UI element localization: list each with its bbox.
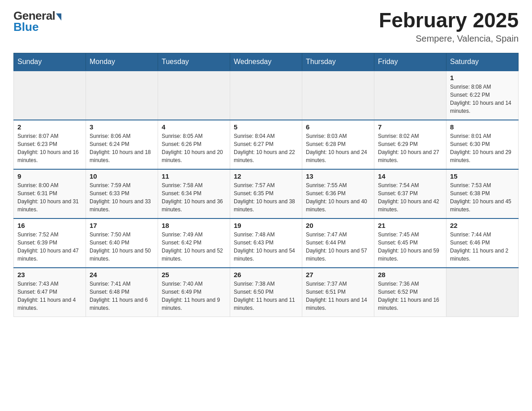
- calendar-cell: 8Sunrise: 8:01 AM Sunset: 6:30 PM Daylig…: [446, 120, 519, 169]
- calendar-cell: 4Sunrise: 8:05 AM Sunset: 6:26 PM Daylig…: [158, 120, 230, 169]
- calendar-cell: 23Sunrise: 7:43 AM Sunset: 6:47 PM Dayli…: [14, 268, 86, 317]
- week-row-5: 23Sunrise: 7:43 AM Sunset: 6:47 PM Dayli…: [14, 268, 519, 317]
- day-number: 11: [162, 172, 226, 180]
- day-info: Sunrise: 7:44 AM Sunset: 6:46 PM Dayligh…: [450, 231, 515, 263]
- calendar-cell: [86, 71, 158, 120]
- calendar-cell: [158, 71, 230, 120]
- day-number: 28: [378, 271, 442, 278]
- header-sunday: Sunday: [14, 53, 86, 71]
- calendar-cell: [446, 268, 519, 317]
- header-monday: Monday: [86, 53, 158, 71]
- day-info: Sunrise: 8:07 AM Sunset: 6:23 PM Dayligh…: [17, 132, 82, 164]
- calendar-cell: 21Sunrise: 7:45 AM Sunset: 6:45 PM Dayli…: [374, 218, 446, 268]
- day-number: 16: [17, 222, 82, 229]
- day-info: Sunrise: 8:01 AM Sunset: 6:30 PM Dayligh…: [450, 132, 515, 164]
- calendar-cell: 6Sunrise: 8:03 AM Sunset: 6:28 PM Daylig…: [302, 120, 374, 169]
- day-number: 24: [90, 271, 154, 278]
- calendar-cell: 27Sunrise: 7:37 AM Sunset: 6:51 PM Dayli…: [302, 268, 374, 317]
- day-info: Sunrise: 7:59 AM Sunset: 6:33 PM Dayligh…: [90, 181, 154, 214]
- location-text: Sempere, Valencia, Spain: [379, 34, 519, 44]
- day-info: Sunrise: 7:54 AM Sunset: 6:37 PM Dayligh…: [378, 181, 442, 214]
- day-number: 6: [306, 123, 370, 131]
- calendar-cell: 15Sunrise: 7:53 AM Sunset: 6:38 PM Dayli…: [446, 169, 519, 218]
- day-info: Sunrise: 7:55 AM Sunset: 6:36 PM Dayligh…: [306, 181, 370, 214]
- day-info: Sunrise: 7:52 AM Sunset: 6:39 PM Dayligh…: [17, 231, 82, 263]
- calendar-cell: 11Sunrise: 7:58 AM Sunset: 6:34 PM Dayli…: [158, 169, 230, 218]
- day-info: Sunrise: 7:45 AM Sunset: 6:45 PM Dayligh…: [378, 231, 442, 263]
- day-info: Sunrise: 7:37 AM Sunset: 6:51 PM Dayligh…: [306, 280, 370, 312]
- logo-blue-text: Blue: [13, 20, 39, 34]
- calendar-cell: 10Sunrise: 7:59 AM Sunset: 6:33 PM Dayli…: [86, 169, 158, 218]
- calendar-cell: 5Sunrise: 8:04 AM Sunset: 6:27 PM Daylig…: [230, 120, 302, 169]
- calendar-cell: [230, 71, 302, 120]
- month-title: February 2025: [379, 9, 519, 32]
- day-number: 23: [17, 271, 82, 278]
- day-number: 26: [234, 271, 298, 278]
- calendar-table: Sunday Monday Tuesday Wednesday Thursday…: [13, 53, 519, 317]
- day-number: 18: [162, 222, 226, 229]
- day-info: Sunrise: 7:38 AM Sunset: 6:50 PM Dayligh…: [234, 280, 298, 312]
- calendar-cell: 9Sunrise: 8:00 AM Sunset: 6:31 PM Daylig…: [14, 169, 86, 218]
- day-number: 19: [234, 222, 298, 229]
- calendar-cell: 18Sunrise: 7:49 AM Sunset: 6:42 PM Dayli…: [158, 218, 230, 268]
- day-number: 1: [450, 74, 515, 81]
- day-info: Sunrise: 7:47 AM Sunset: 6:44 PM Dayligh…: [306, 231, 370, 263]
- calendar-cell: 25Sunrise: 7:40 AM Sunset: 6:49 PM Dayli…: [158, 268, 230, 317]
- day-number: 22: [450, 222, 515, 229]
- day-info: Sunrise: 7:58 AM Sunset: 6:34 PM Dayligh…: [162, 181, 226, 214]
- calendar-cell: 13Sunrise: 7:55 AM Sunset: 6:36 PM Dayli…: [302, 169, 374, 218]
- day-number: 8: [450, 123, 515, 131]
- header-thursday: Thursday: [302, 53, 374, 71]
- logo-triangle-icon: [56, 13, 61, 21]
- header-friday: Friday: [374, 53, 446, 71]
- calendar-cell: 16Sunrise: 7:52 AM Sunset: 6:39 PM Dayli…: [14, 218, 86, 268]
- calendar-cell: 26Sunrise: 7:38 AM Sunset: 6:50 PM Dayli…: [230, 268, 302, 317]
- day-number: 20: [306, 222, 370, 229]
- calendar-cell: 14Sunrise: 7:54 AM Sunset: 6:37 PM Dayli…: [374, 169, 446, 218]
- day-number: 14: [378, 172, 442, 180]
- day-number: 5: [234, 123, 298, 131]
- weekday-header-row: Sunday Monday Tuesday Wednesday Thursday…: [14, 53, 519, 71]
- week-row-1: 1Sunrise: 8:08 AM Sunset: 6:22 PM Daylig…: [14, 71, 519, 120]
- calendar-cell: 1Sunrise: 8:08 AM Sunset: 6:22 PM Daylig…: [446, 71, 519, 120]
- day-info: Sunrise: 7:41 AM Sunset: 6:48 PM Dayligh…: [90, 280, 154, 312]
- day-info: Sunrise: 7:53 AM Sunset: 6:38 PM Dayligh…: [450, 181, 515, 214]
- day-info: Sunrise: 8:02 AM Sunset: 6:29 PM Dayligh…: [378, 132, 442, 164]
- calendar-cell: 7Sunrise: 8:02 AM Sunset: 6:29 PM Daylig…: [374, 120, 446, 169]
- week-row-4: 16Sunrise: 7:52 AM Sunset: 6:39 PM Dayli…: [14, 218, 519, 268]
- day-number: 12: [234, 172, 298, 180]
- day-info: Sunrise: 7:43 AM Sunset: 6:47 PM Dayligh…: [17, 280, 82, 312]
- day-number: 25: [162, 271, 226, 278]
- day-info: Sunrise: 8:00 AM Sunset: 6:31 PM Dayligh…: [17, 181, 82, 214]
- day-number: 9: [17, 172, 82, 180]
- week-row-2: 2Sunrise: 8:07 AM Sunset: 6:23 PM Daylig…: [14, 120, 519, 169]
- day-info: Sunrise: 8:06 AM Sunset: 6:24 PM Dayligh…: [90, 132, 154, 164]
- day-info: Sunrise: 7:36 AM Sunset: 6:52 PM Dayligh…: [378, 280, 442, 312]
- day-info: Sunrise: 7:57 AM Sunset: 6:35 PM Dayligh…: [234, 181, 298, 214]
- day-info: Sunrise: 8:08 AM Sunset: 6:22 PM Dayligh…: [450, 83, 515, 115]
- day-number: 3: [90, 123, 154, 131]
- day-number: 13: [306, 172, 370, 180]
- day-number: 10: [90, 172, 154, 180]
- calendar-cell: 28Sunrise: 7:36 AM Sunset: 6:52 PM Dayli…: [374, 268, 446, 317]
- header-wednesday: Wednesday: [230, 53, 302, 71]
- calendar-cell: [14, 71, 86, 120]
- day-info: Sunrise: 8:03 AM Sunset: 6:28 PM Dayligh…: [306, 132, 370, 164]
- calendar-cell: 3Sunrise: 8:06 AM Sunset: 6:24 PM Daylig…: [86, 120, 158, 169]
- day-number: 4: [162, 123, 226, 131]
- calendar-cell: [374, 71, 446, 120]
- day-info: Sunrise: 7:48 AM Sunset: 6:43 PM Dayligh…: [234, 231, 298, 263]
- day-number: 27: [306, 271, 370, 278]
- day-number: 15: [450, 172, 515, 180]
- header-tuesday: Tuesday: [158, 53, 230, 71]
- calendar-cell: 20Sunrise: 7:47 AM Sunset: 6:44 PM Dayli…: [302, 218, 374, 268]
- calendar-cell: 2Sunrise: 8:07 AM Sunset: 6:23 PM Daylig…: [14, 120, 86, 169]
- page-header: General Blue February 2025 Sempere, Vale…: [13, 9, 519, 44]
- header-saturday: Saturday: [446, 53, 519, 71]
- calendar-cell: [302, 71, 374, 120]
- day-number: 17: [90, 222, 154, 229]
- day-info: Sunrise: 8:05 AM Sunset: 6:26 PM Dayligh…: [162, 132, 226, 164]
- day-number: 2: [17, 123, 82, 131]
- title-section: February 2025 Sempere, Valencia, Spain: [379, 9, 519, 44]
- logo: General Blue: [13, 9, 61, 34]
